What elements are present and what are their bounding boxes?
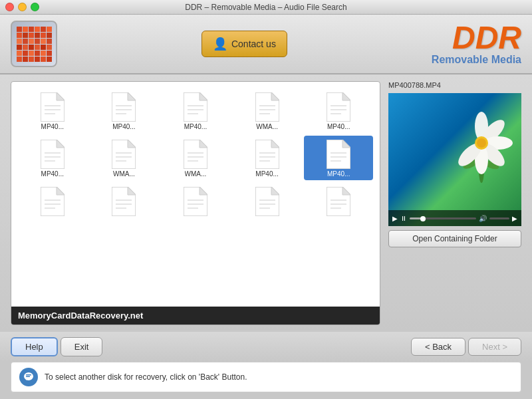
file-item[interactable]: MP40... [90,88,159,133]
preview-filename: MP400788.MP4 [388,81,521,89]
play-button[interactable]: ▶ [392,215,398,222]
svg-marker-46 [342,140,350,148]
file-icon [112,187,136,216]
file-label: MP40... [327,170,350,178]
svg-marker-66 [271,187,279,195]
file-label: WMA... [256,123,278,130]
open-folder-button[interactable]: Open Containing Folder [388,230,521,247]
file-label: MP40... [184,123,207,130]
file-icon [327,187,350,216]
flower-image [448,106,515,186]
file-icon [255,140,279,169]
chat-icon [23,372,34,382]
header: 👤 Contact us DDR Removable Media [0,15,532,74]
contact-icon: 👤 [213,37,227,51]
file-item[interactable]: MP40... [18,88,87,133]
svg-marker-11 [200,92,207,100]
svg-marker-56 [128,187,136,195]
file-label: WMA... [185,170,207,178]
app-logo [11,21,57,67]
video-background [388,93,521,226]
svg-rect-88 [26,376,30,378]
file-icon [327,140,350,169]
svg-marker-6 [128,92,136,100]
contact-label: Contact us [231,39,276,49]
status-icon [19,368,38,386]
file-icon [41,92,65,122]
svg-marker-16 [271,92,279,100]
watermark: MemoryCardDataRecovery.net [11,307,380,325]
video-preview: ▶ ⏸ 🔊 ▶ [388,93,521,226]
file-icon [112,140,136,169]
file-item[interactable]: WMA... [161,136,230,180]
video-controls[interactable]: ▶ ⏸ 🔊 ▶ [388,210,521,226]
ddr-subtitle: Removable Media [432,54,521,66]
exit-button[interactable]: Exit [61,337,103,356]
file-icon [112,92,136,122]
fullscreen-button[interactable]: ▶ [512,215,517,222]
file-panel: MP40... MP40... MP40... WMA... MP40... M… [11,81,380,325]
svg-marker-1 [57,92,65,100]
file-item[interactable]: MP40... [18,136,87,180]
close-button[interactable] [5,3,14,11]
bottom-bar: Help Exit < Back Next > [0,332,532,362]
file-label: MP40... [327,123,350,130]
status-bar: To select another disk for recovery, cli… [11,362,521,392]
volume-bar[interactable] [489,217,509,219]
main-content: MP40... MP40... MP40... WMA... MP40... M… [0,74,532,332]
file-item[interactable] [90,183,159,220]
left-nav-buttons: Help Exit [11,337,102,356]
file-scroll[interactable]: MP40... MP40... MP40... WMA... MP40... M… [11,82,380,325]
progress-knob[interactable] [420,216,426,221]
volume-icon[interactable]: 🔊 [479,215,487,222]
right-nav-buttons: < Back Next > [411,338,521,356]
file-icon [255,92,279,122]
file-item[interactable]: MP40... [161,88,230,133]
file-item[interactable]: WMA... [90,136,159,180]
file-label: MP40... [112,123,135,130]
file-icon [327,92,350,122]
file-item[interactable]: MP40... [304,136,373,180]
svg-marker-26 [57,140,65,148]
logo-grid [17,27,52,62]
status-message: To select another disk for recovery, cli… [45,372,247,382]
file-icon [184,140,207,169]
svg-marker-61 [200,187,207,195]
file-item[interactable] [18,183,87,220]
ddr-title: DDR [432,22,521,54]
next-button[interactable]: Next > [468,338,521,356]
progress-bar[interactable] [410,217,476,219]
ddr-logo: DDR Removable Media [432,22,521,66]
svg-rect-87 [26,374,31,376]
file-label: MP40... [41,170,64,178]
file-label: MP40... [41,123,64,130]
file-icon [184,187,207,216]
help-button[interactable]: Help [11,337,58,356]
file-item[interactable] [161,183,230,220]
file-item[interactable]: WMA... [233,88,302,133]
maximize-button[interactable] [31,3,39,11]
file-icon [255,187,279,216]
svg-marker-51 [57,187,65,195]
title-bar: DDR – Removable Media – Audio File Searc… [0,0,532,15]
contact-button[interactable]: 👤 Contact us [201,31,287,57]
file-item[interactable] [304,183,373,220]
file-item[interactable]: MP40... [233,136,302,180]
file-label: WMA... [113,170,135,178]
minimize-button[interactable] [18,3,27,11]
svg-marker-71 [342,187,350,195]
file-icon [41,187,65,216]
window-controls[interactable] [5,3,39,11]
preview-panel: MP400788.MP4 [388,81,521,325]
window-title: DDR – Removable Media – Audio File Searc… [185,3,346,12]
file-icon [41,140,65,169]
svg-marker-41 [271,140,279,148]
file-icon [184,92,207,122]
file-label: MP40... [255,170,278,178]
file-item[interactable] [233,183,302,220]
svg-marker-21 [342,92,350,100]
back-button[interactable]: < Back [411,338,466,356]
svg-marker-36 [200,140,207,148]
file-item[interactable]: MP40... [304,88,373,133]
pause-button[interactable]: ⏸ [400,215,407,222]
